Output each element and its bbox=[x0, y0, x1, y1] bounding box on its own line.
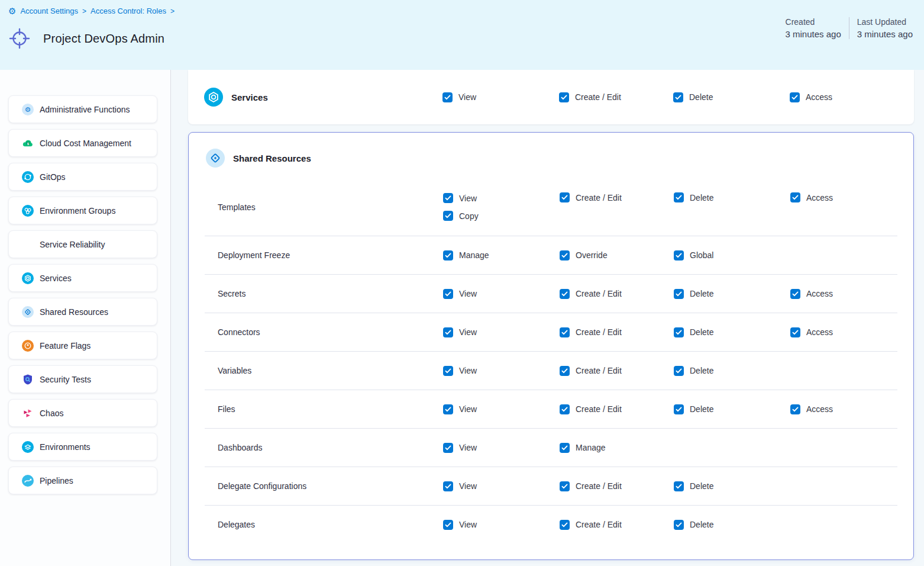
checkbox-global[interactable]: Global bbox=[674, 250, 713, 261]
checkbox-view[interactable]: View bbox=[443, 289, 477, 299]
created-label: Created bbox=[786, 17, 841, 27]
sidebar-item-label: Security Tests bbox=[40, 375, 91, 384]
checkbox-label: Access bbox=[806, 92, 832, 102]
checkbox-checked-icon[interactable] bbox=[443, 289, 453, 299]
sidebar-item-chaos[interactable]: Chaos bbox=[8, 399, 157, 427]
sidebar-item-services[interactable]: Services bbox=[8, 264, 157, 292]
checkbox-checked-icon[interactable] bbox=[560, 366, 570, 376]
sidebar-item-gitops[interactable]: GitOps bbox=[8, 163, 157, 191]
shared-resources-card: Shared Resources Templates View Copy Cre… bbox=[188, 132, 914, 560]
checkbox-checked-icon[interactable] bbox=[443, 327, 453, 337]
breadcrumb-account-settings[interactable]: Account Settings bbox=[20, 7, 78, 15]
checkbox-checked-icon[interactable] bbox=[443, 211, 453, 221]
settings-gear-icon[interactable]: ⚙ bbox=[8, 7, 16, 15]
checkbox-checked-icon[interactable] bbox=[443, 193, 453, 203]
services-card: Services View Create / Edit Delete Acces… bbox=[188, 70, 914, 124]
checkbox-manage[interactable]: Manage bbox=[560, 443, 606, 453]
checkbox-checked-icon[interactable] bbox=[443, 404, 453, 414]
permission-cell: Access bbox=[790, 92, 898, 102]
checkbox-delete[interactable]: Delete bbox=[674, 404, 713, 414]
checkbox-view[interactable]: View bbox=[443, 481, 477, 491]
chevron-right-icon: > bbox=[82, 7, 86, 15]
sidebar-item-environment-groups[interactable]: Environment Groups bbox=[8, 197, 157, 224]
checkbox-checked-icon[interactable] bbox=[674, 289, 684, 299]
sidebar-item-service-reliability[interactable]: Service Reliability bbox=[8, 230, 157, 258]
checkbox-delete[interactable]: Delete bbox=[673, 92, 713, 102]
checkbox-label: Access bbox=[806, 193, 833, 202]
checkbox-checked-icon[interactable] bbox=[443, 366, 453, 376]
checkbox-checked-icon[interactable] bbox=[560, 404, 570, 414]
checkbox-access[interactable]: Access bbox=[790, 92, 832, 102]
sidebar-item-security-tests[interactable]: Security Tests bbox=[8, 365, 157, 393]
checkbox-copy[interactable]: Copy bbox=[443, 211, 479, 221]
checkbox-view[interactable]: View bbox=[443, 520, 477, 530]
permission-cell: Create / Edit bbox=[560, 327, 674, 337]
sidebar-item-feature-flags[interactable]: Feature Flags bbox=[8, 332, 157, 359]
checkbox-create-edit[interactable]: Create / Edit bbox=[560, 192, 622, 202]
checkbox-checked-icon[interactable] bbox=[674, 192, 684, 202]
sidebar-item-environments[interactable]: Environments bbox=[8, 433, 157, 461]
chevron-right-icon: > bbox=[170, 7, 175, 15]
checkbox-create-edit[interactable]: Create / Edit bbox=[559, 92, 621, 102]
permission-cell: Create / Edit bbox=[560, 404, 674, 414]
checkbox-checked-icon[interactable] bbox=[560, 250, 570, 261]
checkbox-access[interactable]: Access bbox=[790, 289, 833, 299]
checkbox-override[interactable]: Override bbox=[560, 250, 608, 261]
checkbox-view[interactable]: View bbox=[443, 193, 477, 203]
checkbox-create-edit[interactable]: Create / Edit bbox=[560, 366, 622, 376]
checkbox-create-edit[interactable]: Create / Edit bbox=[560, 327, 622, 337]
checkbox-create-edit[interactable]: Create / Edit bbox=[560, 520, 622, 530]
checkbox-view[interactable]: View bbox=[443, 366, 477, 376]
checkbox-checked-icon[interactable] bbox=[790, 92, 800, 102]
checkbox-delete[interactable]: Delete bbox=[674, 520, 713, 530]
checkbox-checked-icon[interactable] bbox=[560, 192, 570, 202]
checkbox-create-edit[interactable]: Create / Edit bbox=[560, 289, 622, 299]
checkbox-checked-icon[interactable] bbox=[442, 92, 453, 102]
checkbox-delete[interactable]: Delete bbox=[674, 289, 713, 299]
checkbox-manage[interactable]: Manage bbox=[443, 250, 489, 261]
breadcrumb-access-control-roles[interactable]: Access Control: Roles bbox=[91, 7, 166, 15]
checkbox-checked-icon[interactable] bbox=[559, 92, 569, 102]
checkbox-create-edit[interactable]: Create / Edit bbox=[560, 481, 622, 491]
permission-cell: Access bbox=[790, 178, 897, 202]
checkbox-create-edit[interactable]: Create / Edit bbox=[560, 404, 622, 414]
checkbox-checked-icon[interactable] bbox=[443, 443, 453, 453]
checkbox-access[interactable]: Access bbox=[790, 404, 833, 414]
checkbox-view[interactable]: View bbox=[443, 443, 477, 453]
checkbox-checked-icon[interactable] bbox=[673, 92, 683, 102]
checkbox-delete[interactable]: Delete bbox=[674, 366, 713, 376]
checkbox-checked-icon[interactable] bbox=[560, 443, 570, 453]
checkbox-checked-icon[interactable] bbox=[790, 192, 800, 202]
permission-row-templates: Templates View Copy Create / Edit Delete… bbox=[205, 178, 897, 236]
checkbox-checked-icon[interactable] bbox=[674, 250, 684, 261]
sidebar-item-cloud-cost-management[interactable]: $ Cloud Cost Management bbox=[8, 129, 157, 157]
checkbox-access[interactable]: Access bbox=[790, 327, 833, 337]
checkbox-checked-icon[interactable] bbox=[790, 327, 800, 337]
permission-cell: Delete bbox=[674, 520, 790, 530]
checkbox-delete[interactable]: Delete bbox=[674, 481, 713, 491]
checkbox-view[interactable]: View bbox=[442, 92, 476, 102]
checkbox-checked-icon[interactable] bbox=[790, 404, 800, 414]
checkbox-checked-icon[interactable] bbox=[674, 327, 684, 337]
checkbox-checked-icon[interactable] bbox=[443, 250, 453, 261]
sidebar-item-pipelines[interactable]: Pipelines bbox=[8, 467, 157, 494]
checkbox-access[interactable]: Access bbox=[790, 192, 833, 202]
checkbox-checked-icon[interactable] bbox=[674, 481, 684, 491]
checkbox-checked-icon[interactable] bbox=[674, 366, 684, 376]
checkbox-checked-icon[interactable] bbox=[790, 289, 800, 299]
permission-cell: Override bbox=[560, 250, 674, 261]
checkbox-checked-icon[interactable] bbox=[674, 404, 684, 414]
checkbox-view[interactable]: View bbox=[443, 327, 477, 337]
sidebar-item-shared-resources[interactable]: Shared Resources bbox=[8, 298, 157, 326]
checkbox-view[interactable]: View bbox=[443, 404, 477, 414]
checkbox-checked-icon[interactable] bbox=[443, 520, 453, 530]
checkbox-checked-icon[interactable] bbox=[560, 520, 570, 530]
checkbox-checked-icon[interactable] bbox=[560, 481, 570, 491]
checkbox-checked-icon[interactable] bbox=[443, 481, 453, 491]
checkbox-checked-icon[interactable] bbox=[560, 289, 570, 299]
checkbox-delete[interactable]: Delete bbox=[674, 192, 713, 202]
checkbox-delete[interactable]: Delete bbox=[674, 327, 713, 337]
checkbox-checked-icon[interactable] bbox=[560, 327, 570, 337]
checkbox-checked-icon[interactable] bbox=[674, 520, 684, 530]
sidebar-item-administrative-functions[interactable]: ⚙ Administrative Functions bbox=[8, 95, 157, 123]
